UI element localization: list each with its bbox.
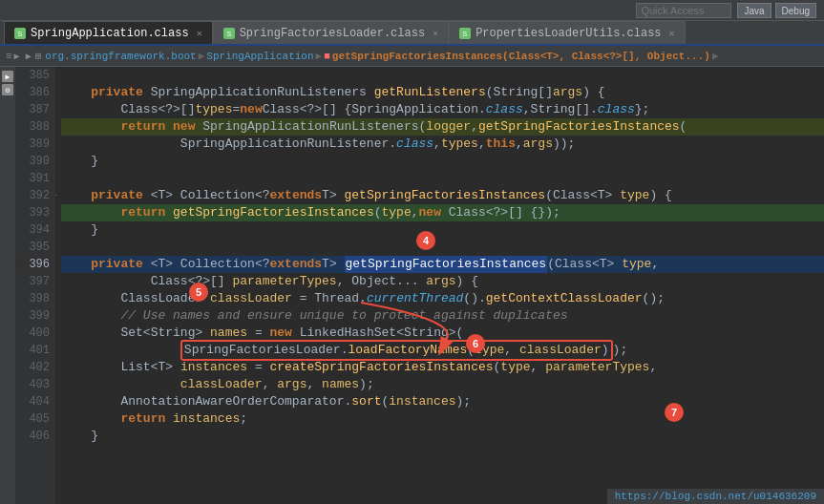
line-num-385: 385 bbox=[15, 67, 50, 84]
code-line-402: List<T> instances = createSpringFactorie… bbox=[61, 359, 824, 376]
top-bar: Java Debug bbox=[0, 0, 824, 21]
tab-properties-loader[interactable]: S PropertiesLoaderUtils.class ✕ bbox=[449, 21, 685, 44]
line-num-406: 406 bbox=[15, 428, 50, 445]
tab-close-icon-3[interactable]: ✕ bbox=[669, 28, 675, 39]
debug-button[interactable]: Debug bbox=[775, 3, 816, 18]
badge-6: 6 bbox=[466, 334, 485, 353]
breadcrumb: ≡ ▶ ▶ ⊞ org.springframework.boot ▶ Sprin… bbox=[0, 46, 824, 67]
tab-bar: S SpringApplication.class ✕ S SpringFact… bbox=[0, 21, 824, 46]
breadcrumb-sep2: ▶ bbox=[316, 50, 323, 62]
code-line-393: ⇒ return getSpringFactoriesInstances(typ… bbox=[61, 204, 824, 221]
code-line-401: SpringFactoriesLoader.loadFactoryNames(t… bbox=[61, 342, 824, 359]
spring-icon-2: S bbox=[223, 28, 235, 39]
breadcrumb-method-icon: ■ bbox=[324, 51, 330, 62]
code-line-406: } bbox=[61, 428, 824, 445]
kw-return-388: return bbox=[120, 118, 165, 136]
code-line-395 bbox=[61, 239, 824, 256]
kw-private-386: private bbox=[91, 84, 143, 101]
line-numbers: 385 386 387 388 389 390 391 392 393 394 … bbox=[15, 67, 55, 504]
line-num-395: 395 bbox=[15, 239, 50, 256]
line-num-404: 404 bbox=[15, 393, 50, 410]
line-num-389: 389 bbox=[15, 136, 50, 153]
redbox-401: SpringFactoriesLoader.loadFactoryNames(t… bbox=[180, 340, 613, 361]
badge-4: 4 bbox=[416, 231, 435, 250]
status-bar: https://blog.csdn.net/u014636209 bbox=[607, 489, 824, 504]
line-num-399: 399 bbox=[15, 307, 50, 325]
code-line-397: Class<?>[] parameterTypes, Object... arg… bbox=[61, 273, 824, 290]
code-line-394: } bbox=[61, 221, 824, 239]
side-icon-1: ▶ bbox=[2, 71, 13, 82]
code-line-386: private SpringApplicationRunListeners ge… bbox=[61, 84, 824, 101]
tab-spring-factories-loader[interactable]: S SpringFactoriesLoader.class ✕ bbox=[213, 21, 449, 44]
line-num-402: 402 bbox=[15, 359, 50, 376]
line-num-400: 400 bbox=[15, 325, 50, 342]
line-num-390: 390 bbox=[15, 153, 50, 170]
svg-text:S: S bbox=[463, 30, 468, 38]
code-line-388: return new SpringApplicationRunListeners… bbox=[61, 118, 824, 136]
tab-close-icon[interactable]: ✕ bbox=[197, 28, 202, 39]
code-line-385 bbox=[61, 67, 824, 84]
line-num-387: 387 bbox=[15, 101, 50, 118]
code-line-390: } bbox=[61, 153, 824, 170]
code-line-387: Class<?>[] types = new Class<?>[] { Spri… bbox=[61, 101, 824, 118]
left-side-icons: ▶ ⚙ bbox=[0, 67, 15, 504]
tab-label: SpringApplication.class bbox=[31, 27, 189, 40]
breadcrumb-class[interactable]: SpringApplication bbox=[206, 51, 313, 62]
breadcrumb-separator-left: ≡ bbox=[6, 51, 12, 62]
line-num-403: 403 bbox=[15, 376, 50, 393]
line-num-396: 396 bbox=[15, 256, 50, 273]
line-num-405: 405 bbox=[15, 410, 50, 428]
spring-icon: S bbox=[14, 28, 26, 39]
editor: ▶ ⚙ 385 386 387 388 389 390 391 392 393 … bbox=[0, 67, 824, 504]
method-386: getRunListeners bbox=[374, 84, 486, 101]
code-line-405: return instances; bbox=[61, 410, 824, 428]
code-line-396: private <T> Collection<? extends T> getS… bbox=[61, 256, 824, 273]
highlighted-method-396: getSpringFactoriesInstances bbox=[345, 256, 548, 273]
code-line-389: SpringApplicationRunListener.class, type… bbox=[61, 136, 824, 153]
breadcrumb-package[interactable]: org.springframework.boot bbox=[45, 51, 196, 62]
code-line-403: classLoader, args, names); bbox=[61, 376, 824, 393]
type-386: SpringApplicationRunListeners bbox=[151, 84, 367, 101]
badge-7: 7 bbox=[665, 403, 684, 422]
svg-text:S: S bbox=[18, 30, 23, 38]
breadcrumb-module: ⊞ bbox=[35, 50, 42, 62]
tab-close-icon-2[interactable]: ✕ bbox=[433, 28, 438, 39]
tab-label-3: PropertiesLoaderUtils.class bbox=[475, 27, 661, 40]
quick-access-input[interactable] bbox=[636, 3, 731, 18]
line-num-386: 386 bbox=[15, 84, 50, 101]
line-num-394: 394 bbox=[15, 221, 50, 239]
line-num-398: 398 bbox=[15, 290, 50, 307]
line-num-391: 391 bbox=[15, 170, 50, 187]
breadcrumb-method[interactable]: getSpringFactoriesInstances(Class<T>, Cl… bbox=[332, 51, 710, 62]
code-line-399: // Use names and ensure unique to protec… bbox=[61, 307, 824, 325]
tab-label-2: SpringFactoriesLoader.class bbox=[240, 27, 425, 40]
line-num-397: 397 bbox=[15, 273, 50, 290]
side-icon-2: ⚙ bbox=[2, 84, 13, 95]
breadcrumb-icon: ▶ ▶ bbox=[14, 51, 32, 62]
breadcrumb-sep1: ▶ bbox=[199, 50, 205, 62]
top-bar-buttons: Java Debug bbox=[737, 3, 816, 18]
svg-text:S: S bbox=[226, 30, 231, 38]
badge-5: 5 bbox=[189, 283, 208, 302]
spring-icon-3: S bbox=[459, 28, 471, 39]
java-button[interactable]: Java bbox=[737, 3, 771, 18]
breadcrumb-sep3: ▶ bbox=[712, 50, 719, 62]
line-num-393: 393 bbox=[15, 204, 50, 221]
status-url: https://blog.csdn.net/u014636209 bbox=[615, 491, 816, 502]
line-num-401: 401 bbox=[15, 342, 50, 359]
line-num-392: 392 bbox=[15, 187, 50, 204]
fold-icon-392[interactable]: - bbox=[55, 187, 59, 204]
code-line-404: AnnotationAwareOrderComparator.sort(inst… bbox=[61, 393, 824, 410]
code-line-392: - private <T> Collection<? extends T> ge… bbox=[61, 187, 824, 204]
tab-spring-application[interactable]: S SpringApplication.class ✕ bbox=[4, 21, 213, 44]
code-line-398: ClassLoader classLoader = Thread.current… bbox=[61, 290, 824, 307]
code-area: private SpringApplicationRunListeners ge… bbox=[55, 67, 824, 504]
code-line-391 bbox=[61, 170, 824, 187]
line-num-388: 388 bbox=[15, 118, 50, 136]
